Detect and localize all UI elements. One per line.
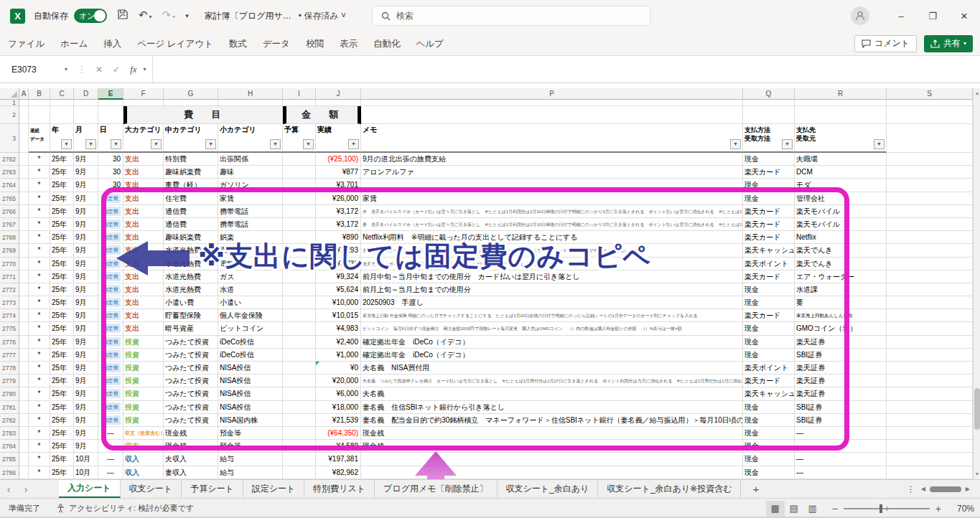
undo-button[interactable]: ↶▾ <box>139 8 152 24</box>
column-header-F[interactable]: F <box>123 88 164 100</box>
cell-R2766[interactable]: 楽天モバイル <box>795 205 887 218</box>
cell-B2774[interactable]: * <box>29 309 50 322</box>
cell-A2784[interactable] <box>19 440 29 453</box>
cell-Q2764[interactable]: 現金 <box>743 179 795 192</box>
cell-P2776[interactable]: 確定拠出年金 iDeCo（イデコ） <box>361 336 743 349</box>
cell-I2775[interactable] <box>283 322 316 335</box>
cell-R2777[interactable]: SBI証券 <box>795 349 887 362</box>
ribbon-tab-7[interactable]: 表示 <box>332 32 365 56</box>
cell-J2763[interactable]: ¥877 <box>316 166 361 179</box>
cell-G2764[interactable]: 車費（軽） <box>164 179 218 192</box>
row-header-2784[interactable]: 2784 <box>0 440 19 453</box>
ribbon-tab-8[interactable]: 自動化 <box>365 32 409 56</box>
cell-B2763[interactable]: * <box>29 166 50 179</box>
add-sheet-button[interactable]: + <box>741 480 770 498</box>
cell-S2782[interactable] <box>887 414 973 427</box>
cell-S2768[interactable] <box>887 231 973 244</box>
cell-J2781[interactable]: ¥18,000 <box>316 401 361 414</box>
cell-S2762[interactable] <box>887 153 973 166</box>
save-icon[interactable] <box>117 9 129 24</box>
cell-D2773[interactable]: 9月 <box>74 296 98 309</box>
row-header-2773[interactable]: 2773 <box>0 296 19 309</box>
sheet-tab-0[interactable]: 入力シート <box>59 480 121 498</box>
cell-F2763[interactable]: 支出 <box>123 166 164 179</box>
cell-P2783[interactable]: 現金残 <box>361 427 743 440</box>
cell-H2764[interactable]: ガソリン <box>218 179 283 192</box>
row-header-2786[interactable]: 2786 <box>0 466 19 479</box>
cell-A2780[interactable] <box>19 387 29 400</box>
column-header-C[interactable]: C <box>50 88 74 100</box>
column-header-S[interactable]: S <box>887 88 973 100</box>
column-header-J[interactable]: J <box>316 88 361 100</box>
cell-H2777[interactable]: iDeCo投信 <box>218 349 283 362</box>
cell-D2783[interactable]: 9月 <box>74 427 98 440</box>
cell-J2771[interactable]: ¥9,324 <box>316 270 361 283</box>
share-button[interactable]: 共有 ▾ <box>924 35 973 52</box>
cell-Q2766[interactable]: 楽天カード <box>743 205 795 218</box>
cell-B2769[interactable]: * <box>29 244 50 257</box>
cell-J2777[interactable]: ¥1,000 <box>316 349 361 362</box>
cell-R2785[interactable]: — <box>795 453 887 466</box>
cell-R2778[interactable]: 楽天証券 <box>795 362 887 375</box>
cell-I2783[interactable] <box>283 427 316 440</box>
cell-F2783[interactable]: 収支（投資含む） <box>123 427 164 440</box>
cell-S2778[interactable] <box>887 362 973 375</box>
cell-G2780[interactable]: つみたて投資 <box>164 387 218 400</box>
cell-P2781[interactable]: 妻名義 住信SBIネット銀行から引き落とし <box>361 401 743 414</box>
page-layout-view-icon[interactable]: ▤ <box>785 501 803 517</box>
cell-Q2768[interactable]: 楽天カード <box>743 231 795 244</box>
cell-G2784[interactable]: 現金残 <box>164 440 218 453</box>
cell-D2772[interactable]: 9月 <box>74 283 98 296</box>
zoom-out-button[interactable]: − <box>832 503 838 514</box>
cell-P2765[interactable]: 家賃 <box>361 192 743 205</box>
cell-Q2771[interactable]: 楽天カード <box>743 270 795 283</box>
cell-Q2782[interactable]: 現金 <box>743 414 795 427</box>
cell-I2767[interactable] <box>283 218 316 231</box>
cell-Q2780[interactable]: 楽天キャッシュ <box>743 387 795 400</box>
cell-S2766[interactable] <box>887 205 973 218</box>
scroll-down-icon[interactable]: ▼ <box>974 469 980 479</box>
cell-E2762[interactable]: 30 <box>98 153 123 166</box>
row-header-2777[interactable]: 2777 <box>0 349 19 362</box>
cell-E2782[interactable]: 固定費 <box>98 414 123 427</box>
cell-E2779[interactable]: 固定費 <box>98 375 123 387</box>
cell-J2784[interactable]: ¥4,589 <box>316 440 361 453</box>
close-button[interactable]: ✕ <box>948 0 980 32</box>
cell-D2764[interactable]: 9月 <box>74 179 98 192</box>
row-header-2774[interactable]: 2774 <box>0 309 19 322</box>
cell-F2765[interactable]: 支出 <box>123 192 164 205</box>
cell-F2776[interactable]: 投資 <box>123 336 164 349</box>
cell-F2769[interactable]: 支出 <box>123 244 164 257</box>
cell-B2772[interactable]: * <box>29 283 50 296</box>
row-header-2785[interactable]: 2785 <box>0 453 19 466</box>
row-header-2775[interactable]: 2775 <box>0 322 19 335</box>
cell-B2785[interactable]: * <box>29 453 50 466</box>
cell-G2779[interactable]: つみたて投資 <box>164 375 218 387</box>
cell-C2784[interactable]: 25年 <box>50 440 74 453</box>
cell-G2765[interactable]: 住宅費 <box>164 192 218 205</box>
cell-S2784[interactable] <box>887 440 973 453</box>
cell-Q2779[interactable]: 楽天カード <box>743 375 795 387</box>
sheet-tab-5[interactable]: ブログ用メモ〔削除禁止〕 <box>375 480 497 498</box>
cell-C2771[interactable]: 25年 <box>50 270 74 283</box>
cell-C2768[interactable]: 25年 <box>50 231 74 244</box>
cell-P2772[interactable]: 前月上旬～当月上旬までの使用分 <box>361 283 743 296</box>
cell-H2775[interactable]: ビットコイン <box>218 322 283 335</box>
cell-Q2774[interactable]: 楽天カード <box>743 309 795 322</box>
insert-function-icon[interactable]: fx <box>130 64 136 75</box>
cell-S2785[interactable] <box>887 453 973 466</box>
cell-B2770[interactable]: * <box>29 258 50 270</box>
cell-I2786[interactable] <box>283 466 316 479</box>
row-header-2764[interactable]: 2764 <box>0 179 19 192</box>
cell-A2772[interactable] <box>19 283 29 296</box>
cell-E2780[interactable]: 固定費 <box>98 387 123 400</box>
cell-P2771[interactable]: 前月中旬～当月中旬までの使用分 カード払いは翌月に引き落とし <box>361 270 743 283</box>
row-header-2778[interactable]: 2778 <box>0 362 19 375</box>
cell-G2763[interactable]: 趣味娯楽費 <box>164 166 218 179</box>
cell-F2773[interactable]: 支出 <box>123 296 164 309</box>
cell-S2773[interactable] <box>887 296 973 309</box>
cell-E2785[interactable]: — <box>98 453 123 466</box>
cell-D2770[interactable]: 9月 <box>74 258 98 270</box>
cell-D2780[interactable]: 9月 <box>74 387 98 400</box>
column-header-D[interactable]: D <box>74 88 98 100</box>
